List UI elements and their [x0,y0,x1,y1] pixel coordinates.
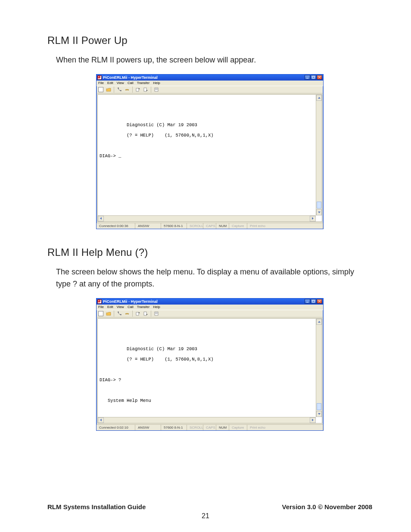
maximize-button[interactable] [311,75,316,80]
status-echo: Print echo [247,223,323,229]
svg-rect-13 [136,312,139,315]
status-num: NUM [216,223,229,229]
menu-file[interactable]: File [98,81,104,85]
page-number: 21 [0,512,411,520]
open-icon[interactable] [106,87,111,92]
open-icon[interactable] [106,311,111,316]
heading-powerup: RLM II Power Up [47,34,372,47]
disconnect-icon[interactable] [125,87,130,92]
status-caps: CAPS [203,223,216,229]
svg-rect-5 [144,88,146,91]
scroll-right-icon[interactable] [310,417,316,423]
send-icon[interactable] [135,87,140,92]
separator-icon [114,311,114,317]
paragraph-powerup: When the RLM II powers up, the screen be… [56,54,364,66]
svg-rect-0 [306,78,308,78]
separator-icon [151,311,151,317]
menu-call[interactable]: Call [128,81,134,85]
toolbar [97,310,323,317]
receive-icon[interactable] [143,87,148,92]
vertical-scrollbar[interactable] [316,95,322,215]
hyperterminal-window-2: PiConERLMii - HyperTerminal File Edit Vi… [96,298,324,431]
vertical-scrollbar[interactable] [316,319,322,417]
call-icon[interactable] [117,311,122,316]
scroll-down-icon[interactable] [316,209,322,215]
separator-icon [132,311,133,317]
horizontal-scrollbar[interactable] [98,215,316,221]
separator-icon [132,87,133,93]
minimize-button[interactable] [305,75,310,80]
scroll-up-icon[interactable] [316,319,322,325]
footer-right: Version 3.0 © November 2008 [282,503,373,510]
svg-rect-4 [136,88,139,91]
status-emulation: ANSIW [135,425,161,430]
menu-edit[interactable]: Edit [107,81,113,85]
titlebar[interactable]: PiConERLMii - HyperTerminal [97,299,323,305]
menu-call[interactable]: Call [128,305,134,309]
app-icon [97,299,102,304]
status-capture: Capture [229,425,247,430]
statusbar: Connected 0:02:10 ANSIW 57600 8-N-1 SCRO… [97,424,323,430]
scroll-left-icon[interactable] [98,417,104,423]
maximize-button[interactable] [311,299,316,304]
menu-transfer[interactable]: Transfer [137,305,150,309]
status-connected: Connected 0:00:36 [97,223,135,229]
status-baud: 57600 8-N-1 [161,223,187,229]
svg-rect-14 [144,312,146,315]
menu-transfer[interactable]: Transfer [137,81,150,85]
terminal-area: Diagnostic (C) Mar 19 2003 (? = HELP) (1… [97,318,322,423]
minimize-button[interactable] [305,299,310,304]
separator-icon [114,87,114,93]
menu-help[interactable]: Help [153,81,160,85]
terminal-area: Diagnostic (C) Mar 19 2003 (? = HELP) (1… [97,94,322,222]
close-button[interactable] [317,299,322,304]
call-icon[interactable] [117,87,122,92]
svg-rect-9 [306,302,308,302]
scroll-up-icon[interactable] [316,95,322,101]
titlebar[interactable]: PiConERLMii - HyperTerminal [97,75,323,81]
new-icon[interactable] [98,311,103,316]
menubar: File Edit View Call Transfer Help [97,305,323,310]
properties-icon[interactable] [154,87,159,92]
status-capture: Capture [229,223,247,229]
menu-edit[interactable]: Edit [107,305,113,309]
toolbar [97,86,323,93]
svg-rect-10 [312,300,314,302]
send-icon[interactable] [135,311,140,316]
app-icon [97,75,102,80]
scroll-left-icon[interactable] [98,216,104,221]
scroll-right-icon[interactable] [310,216,316,221]
window-title: PiConERLMii - HyperTerminal [103,299,158,304]
status-echo: Print echo [247,425,323,430]
terminal-output[interactable]: Diagnostic (C) Mar 19 2003 (? = HELP) (1… [98,95,322,215]
svg-rect-1 [312,76,314,78]
menu-help[interactable]: Help [153,305,160,309]
disconnect-icon[interactable] [125,311,130,316]
hyperterminal-window-1: PiConERLMii - HyperTerminal File Edit Vi… [96,74,324,229]
properties-icon[interactable] [154,311,159,316]
separator-icon [151,87,151,93]
status-caps: CAPS [203,425,216,430]
paragraph-help: The screen below shows the help menu. To… [56,266,364,290]
receive-icon[interactable] [143,311,148,316]
menu-view[interactable]: View [117,305,124,309]
footer-left: RLM Systems Installation Guide [47,503,146,510]
menubar: File Edit View Call Transfer Help [97,81,323,86]
scroll-down-icon[interactable] [316,411,322,417]
status-connected: Connected 0:02:10 [97,425,135,430]
status-scroll: SCROLL [187,223,203,229]
terminal-output[interactable]: Diagnostic (C) Mar 19 2003 (? = HELP) (1… [98,319,322,417]
statusbar: Connected 0:00:36 ANSIW 57600 8-N-1 SCRO… [97,223,323,229]
new-icon[interactable] [98,87,103,92]
status-baud: 57600 8-N-1 [161,425,187,430]
heading-help: RLM II Help Menu (?) [47,246,372,258]
status-emulation: ANSIW [135,223,161,229]
menu-view[interactable]: View [117,81,124,85]
menu-file[interactable]: File [98,305,104,309]
status-scroll: SCROLL [187,425,203,430]
close-button[interactable] [317,75,322,80]
status-num: NUM [216,425,229,430]
window-title: PiConERLMii - HyperTerminal [103,75,158,80]
horizontal-scrollbar[interactable] [98,417,316,423]
